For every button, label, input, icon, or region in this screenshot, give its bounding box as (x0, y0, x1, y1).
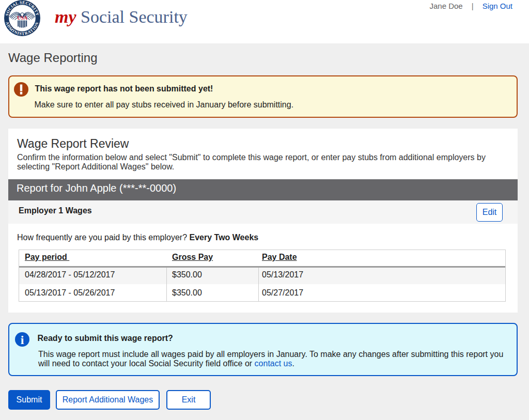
svg-text:i: i (21, 333, 24, 346)
svg-text:USA: USA (17, 15, 28, 21)
